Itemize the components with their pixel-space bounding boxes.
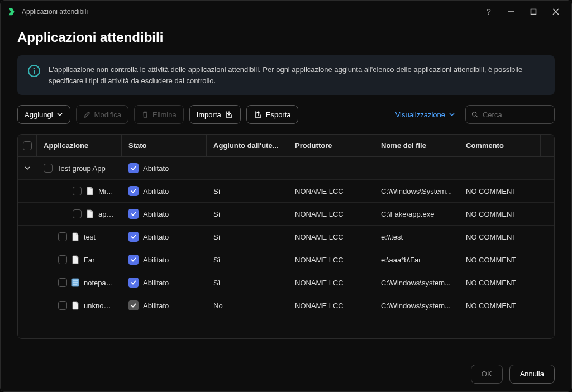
state-text: Abilitato bbox=[143, 164, 169, 173]
import-label: Importa bbox=[197, 111, 221, 119]
state-badge bbox=[128, 300, 139, 310]
table-row[interactable]: app.exeAbilitatoSìNONAME LCCC:\Fake\app.… bbox=[18, 203, 554, 226]
chevron-down-icon bbox=[56, 111, 63, 118]
state-text: Abilitato bbox=[143, 233, 169, 241]
app-window: Applicazioni attendibili ? Applicazioni … bbox=[0, 0, 572, 392]
comment: NO COMMENT bbox=[459, 279, 541, 287]
table-header: Applicazione Stato Aggiunto dall'ute... … bbox=[18, 135, 554, 157]
edit-button[interactable]: Modifica bbox=[76, 105, 128, 124]
row-checkbox[interactable] bbox=[58, 301, 67, 310]
svg-rect-1 bbox=[531, 9, 536, 15]
row-checkbox[interactable] bbox=[58, 255, 67, 264]
applications-table: Applicazione Stato Aggiunto dall'ute... … bbox=[17, 134, 555, 339]
window-title: Applicazioni attendibili bbox=[22, 8, 475, 16]
state-badge bbox=[128, 232, 139, 242]
edit-label: Modifica bbox=[94, 111, 121, 119]
filename: C:\Fake\app.exe bbox=[374, 210, 459, 218]
toolbar: Aggiungi Modifica Elimina Importa Esport… bbox=[17, 105, 555, 124]
help-button[interactable]: ? bbox=[480, 3, 498, 21]
added-by-user: Sì bbox=[207, 256, 288, 264]
titlebar: Applicazioni attendibili ? bbox=[1, 1, 571, 23]
add-button[interactable]: Aggiungi bbox=[17, 105, 70, 124]
table-row[interactable]: notepad.e...AbilitatoSìNONAME LCCC:\Wind… bbox=[18, 271, 554, 294]
titlebar-controls: ? bbox=[480, 3, 565, 21]
row-checkbox[interactable] bbox=[73, 187, 82, 195]
select-all-checkbox[interactable] bbox=[23, 141, 32, 150]
svg-rect-6 bbox=[34, 70, 35, 74]
file-icon bbox=[72, 255, 79, 264]
file-icon bbox=[72, 301, 79, 310]
comment: NO COMMENT bbox=[459, 187, 541, 195]
app-logo-icon bbox=[7, 7, 17, 17]
table-row[interactable]: Micros...AbilitatoSìNONAME LCCC:\Windows… bbox=[18, 180, 554, 203]
app-name: Micros... bbox=[98, 187, 115, 195]
added-by-user: Sì bbox=[207, 279, 288, 287]
state-text: Abilitato bbox=[143, 279, 169, 287]
delete-label: Elimina bbox=[152, 111, 177, 119]
added-by-user: No bbox=[207, 302, 288, 310]
header-added[interactable]: Aggiunto dall'ute... bbox=[207, 135, 288, 156]
row-checkbox[interactable] bbox=[44, 164, 53, 173]
state-badge bbox=[128, 209, 139, 219]
header-state[interactable]: Stato bbox=[122, 135, 207, 156]
empty-row bbox=[18, 317, 554, 338]
producer: NONAME LCC bbox=[288, 256, 374, 264]
header-app[interactable]: Applicazione bbox=[37, 135, 122, 156]
row-checkbox[interactable] bbox=[58, 232, 67, 241]
added-by-user: Sì bbox=[207, 210, 288, 218]
app-name: notepad.e... bbox=[84, 279, 115, 287]
table-group-row[interactable]: Test group AppAbilitato bbox=[18, 157, 554, 180]
state-text: Abilitato bbox=[143, 187, 169, 195]
file-icon bbox=[72, 232, 79, 241]
table-row[interactable]: testAbilitatoSìNONAME LCCe:\\testNO COMM… bbox=[18, 226, 554, 248]
minimize-button[interactable] bbox=[502, 3, 520, 21]
table-body: Test group AppAbilitatoMicros...Abilitat… bbox=[18, 157, 554, 338]
file-icon bbox=[86, 209, 94, 218]
header-producer[interactable]: Produttore bbox=[288, 135, 374, 156]
state-text: Abilitato bbox=[143, 302, 169, 310]
header-checkbox-col bbox=[18, 135, 37, 156]
state-text: Abilitato bbox=[143, 256, 169, 264]
chevron-down-icon bbox=[449, 111, 455, 118]
svg-point-5 bbox=[34, 68, 35, 69]
delete-button[interactable]: Elimina bbox=[134, 105, 184, 124]
header-filename[interactable]: Nome del file bbox=[374, 135, 459, 156]
import-icon bbox=[225, 110, 233, 119]
svg-line-8 bbox=[476, 116, 478, 117]
cancel-button[interactable]: Annulla bbox=[509, 365, 555, 384]
filename: C:\Windows\system... bbox=[374, 302, 459, 310]
state-text: Abilitato bbox=[143, 210, 169, 218]
ok-button[interactable]: OK bbox=[471, 365, 503, 384]
trash-icon bbox=[141, 111, 149, 118]
app-name: app.exe bbox=[98, 210, 115, 218]
table-row[interactable]: unknown....AbilitatoNoNONAME LCCC:\Windo… bbox=[18, 294, 554, 317]
info-panel: L'applicazione non controlla le attività… bbox=[17, 55, 555, 95]
import-button[interactable]: Importa bbox=[189, 105, 241, 124]
app-name: test bbox=[84, 233, 96, 241]
export-button[interactable]: Esporta bbox=[246, 105, 298, 124]
search-input[interactable] bbox=[483, 111, 549, 119]
comment: NO COMMENT bbox=[459, 302, 541, 310]
footer: OK Annulla bbox=[1, 356, 571, 391]
row-checkbox[interactable] bbox=[58, 278, 67, 287]
search-box[interactable] bbox=[465, 105, 555, 124]
view-link[interactable]: Visualizzazione bbox=[395, 111, 455, 119]
maximize-button[interactable] bbox=[525, 3, 542, 21]
header-comment[interactable]: Commento bbox=[459, 135, 541, 156]
header-scroll-gutter bbox=[541, 135, 554, 156]
producer: NONAME LCC bbox=[288, 302, 374, 310]
file-icon bbox=[72, 278, 79, 287]
row-checkbox[interactable] bbox=[73, 209, 82, 218]
export-label: Esporta bbox=[266, 111, 291, 119]
expand-icon[interactable] bbox=[22, 165, 32, 171]
search-icon bbox=[471, 111, 478, 118]
content: Applicazioni attendibili L'applicazione … bbox=[1, 23, 571, 356]
filename: e:\aaa*b\Far bbox=[374, 256, 459, 264]
info-icon bbox=[27, 64, 41, 78]
filename: e:\\test bbox=[374, 233, 459, 241]
table-row[interactable]: FarAbilitatoSìNONAME LCCe:\aaa*b\FarNO C… bbox=[18, 248, 554, 271]
comment: NO COMMENT bbox=[459, 256, 541, 264]
close-button[interactable] bbox=[547, 3, 565, 21]
view-label: Visualizzazione bbox=[395, 111, 445, 119]
page-title: Applicazioni attendibili bbox=[17, 30, 555, 45]
